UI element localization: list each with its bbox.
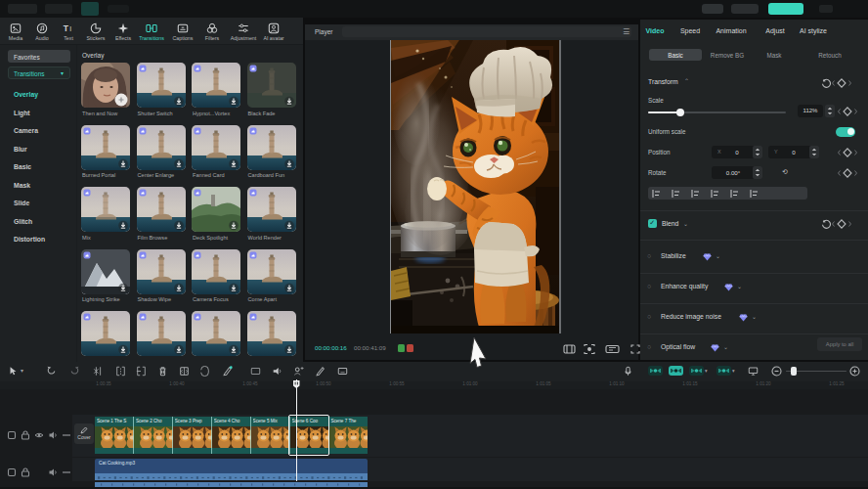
svg-text:I: I	[69, 25, 71, 32]
svg-text:T: T	[64, 23, 69, 33]
